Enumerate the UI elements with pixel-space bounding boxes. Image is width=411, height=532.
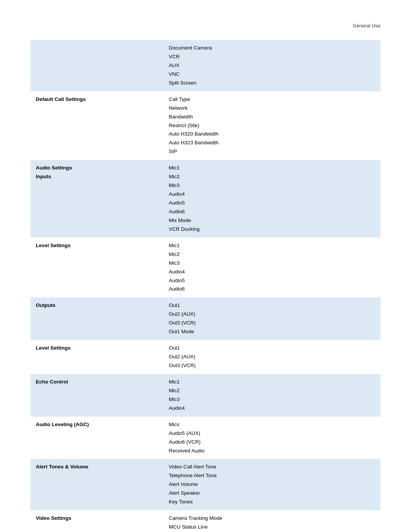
row-items: Out1Out2 (AUX)Out3 (VCR) (164, 340, 381, 374)
row-label: Video Settings (30, 510, 164, 532)
row-label: Level Settings (30, 340, 164, 374)
row-items: Document CameraVCRAUXVNCSplit Screen (164, 40, 381, 91)
row-items: Camera Tracking ModeMCU Status LineWeb S… (164, 510, 381, 532)
row-items: MicsAudio5 (AUX)Audio6 (VCR)Received Aud… (164, 417, 381, 459)
table-row: Echo ControlMic1Mic2Mic3Audio4 (30, 374, 381, 417)
page-container: General Use Document CameraVCRAUXVNCSpli… (0, 0, 411, 532)
row-label: Default Call Settings (30, 91, 164, 160)
row-items: Mic1Mic2Mic3Audio4Audio5Audio6Mix ModeVC… (164, 160, 381, 238)
table-row: Audio Leveling (AGC)MicsAudio5 (AUX)Audi… (30, 417, 381, 459)
table-row: Alert Tones & VolumeVideo Call Alert Ton… (30, 459, 381, 510)
row-label (30, 40, 164, 91)
page-header: General Use (30, 23, 381, 29)
row-items: Call TypeNetworkBandwidthRestrict (56k)A… (164, 91, 381, 160)
row-label: Alert Tones & Volume (30, 459, 164, 510)
table-row: Level SettingsMic1Mic2Mic3Audio4Audio5Au… (30, 238, 381, 298)
table-row: Document CameraVCRAUXVNCSplit Screen (30, 40, 381, 91)
row-label: Echo Control (30, 374, 164, 417)
row-label: Outputs (30, 297, 164, 340)
row-items: Mic1Mic2Mic3Audio4 (164, 374, 381, 417)
row-label: Audio SettingsInputs (30, 160, 164, 238)
row-items: Mic1Mic2Mic3Audio4Audio5Audio6 (164, 238, 381, 298)
table-row: OutputsOut1Out2 (AUX)Out3 (VCR)Out1 Mode (30, 297, 381, 340)
settings-table: Document CameraVCRAUXVNCSplit ScreenDefa… (30, 40, 381, 532)
table-row: Audio SettingsInputsMic1Mic2Mic3Audio4Au… (30, 160, 381, 238)
table-row: Default Call SettingsCall TypeNetworkBan… (30, 91, 381, 160)
general-use-label: General Use (353, 23, 381, 29)
table-row: Level SettingsOut1Out2 (AUX)Out3 (VCR) (30, 340, 381, 374)
table-row: Video SettingsCamera Tracking ModeMCU St… (30, 510, 381, 532)
row-label: Level Settings (30, 238, 164, 298)
row-label: Audio Leveling (AGC) (30, 417, 164, 459)
table-wrapper: Document CameraVCRAUXVNCSplit ScreenDefa… (30, 40, 381, 532)
row-items: Out1Out2 (AUX)Out3 (VCR)Out1 Mode (164, 297, 381, 340)
row-items: Video Call Alert ToneTelephone Alert Ton… (164, 459, 381, 510)
